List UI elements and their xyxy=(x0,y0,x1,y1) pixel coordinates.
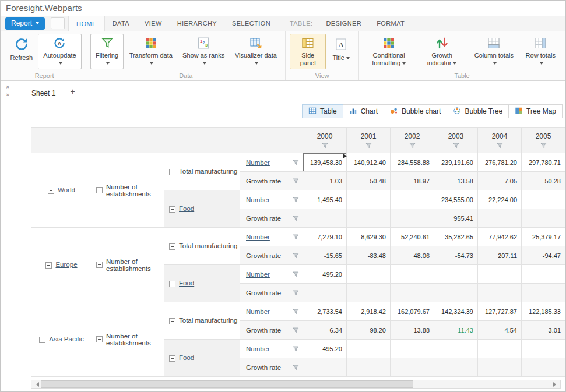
data-cell[interactable]: 2,918.42 xyxy=(347,302,391,321)
show-as-ranks-button[interactable]: 123Show as ranks xyxy=(178,34,229,69)
data-cell[interactable]: 25,379.17 xyxy=(522,228,565,246)
data-cell[interactable]: 11.43 xyxy=(434,321,478,340)
data-cell[interactable] xyxy=(522,340,565,358)
data-cell[interactable]: 297,780.71 xyxy=(522,153,565,172)
data-cell[interactable] xyxy=(391,340,434,358)
data-cell[interactable] xyxy=(391,284,434,302)
data-cell[interactable]: 2,733.54 xyxy=(303,302,347,321)
filter-icon[interactable] xyxy=(409,143,416,149)
growth-indicator-button[interactable]: Growth indicator xyxy=(416,34,467,69)
data-cell[interactable]: -50.28 xyxy=(522,172,565,190)
filter-icon[interactable] xyxy=(293,160,299,165)
category-link[interactable]: Food xyxy=(179,280,194,287)
filter-icon[interactable] xyxy=(365,143,372,149)
region-link[interactable]: Europe xyxy=(55,261,77,268)
quick-access-box[interactable] xyxy=(51,17,65,29)
view-chart-button[interactable]: Chart xyxy=(343,104,384,118)
row-totals-button[interactable]: Row totals xyxy=(521,34,561,69)
data-cell[interactable] xyxy=(303,209,347,228)
year-column-header[interactable]: 2005 xyxy=(522,128,565,153)
data-cell[interactable]: 495.20 xyxy=(303,265,347,284)
view-tree-map-button[interactable]: Tree Map xyxy=(508,104,563,118)
autoupdate-button[interactable]: AAutoupdate xyxy=(38,34,82,69)
data-cell[interactable]: 284,558.88 xyxy=(391,153,434,172)
collapse-icon[interactable] xyxy=(169,206,175,213)
data-cell[interactable] xyxy=(391,358,434,377)
column-totals-button[interactable]: Column totals xyxy=(469,34,519,69)
horizontal-scrollbar[interactable] xyxy=(31,380,561,389)
data-cell[interactable]: -50.48 xyxy=(347,172,391,190)
sheet-tab[interactable]: Sheet 1 xyxy=(23,86,64,100)
data-cell[interactable] xyxy=(347,284,391,302)
category-link[interactable]: Food xyxy=(179,354,194,361)
data-cell[interactable] xyxy=(478,358,522,377)
data-cell[interactable] xyxy=(522,265,565,284)
data-cell[interactable] xyxy=(391,265,434,284)
data-cell[interactable] xyxy=(522,358,565,377)
year-column-header[interactable]: 2000 xyxy=(303,128,347,153)
data-cell[interactable]: -94.47 xyxy=(522,246,565,265)
collapse-icon[interactable] xyxy=(96,336,103,342)
filter-icon[interactable] xyxy=(293,253,299,259)
data-cell[interactable]: 35,282.65 xyxy=(434,228,478,246)
indicator-link[interactable]: Number xyxy=(246,345,270,352)
filter-icon[interactable] xyxy=(293,271,299,277)
data-cell[interactable] xyxy=(391,209,434,228)
indicator-link[interactable]: Number xyxy=(246,196,270,203)
data-cell[interactable]: 77,942.62 xyxy=(478,228,522,246)
data-cell[interactable] xyxy=(434,358,478,377)
side-panel-button[interactable]: Side panel xyxy=(290,34,326,69)
filter-icon[interactable] xyxy=(293,234,299,240)
add-sheet-button[interactable]: + xyxy=(64,85,80,100)
collapse-icon[interactable] xyxy=(96,262,103,268)
scrollbar-track[interactable] xyxy=(41,380,551,388)
data-cell[interactable]: 48.06 xyxy=(391,246,434,265)
filter-icon[interactable] xyxy=(322,143,328,149)
data-cell[interactable]: -7.05 xyxy=(478,172,522,190)
data-cell[interactable]: 13.88 xyxy=(391,321,434,340)
data-cell[interactable]: 122,185.33 xyxy=(522,302,565,321)
data-cell[interactable]: -54.73 xyxy=(434,246,478,265)
tab-selection[interactable]: SELECTION xyxy=(224,16,278,31)
year-column-header[interactable]: 2002 xyxy=(391,128,434,153)
data-cell[interactable]: 1,495.40 xyxy=(303,190,347,209)
data-cell[interactable]: -98.20 xyxy=(347,321,391,340)
collapse-icon[interactable] xyxy=(39,337,45,343)
data-cell[interactable]: -1.03 xyxy=(303,172,347,190)
data-cell[interactable]: -15.65 xyxy=(303,246,347,265)
filter-icon[interactable] xyxy=(497,143,503,149)
filter-icon[interactable] xyxy=(453,143,459,149)
tab-designer[interactable]: DESIGNER xyxy=(319,16,370,31)
data-cell[interactable]: 139,458.30 xyxy=(303,153,347,172)
data-cell[interactable] xyxy=(347,209,391,228)
filter-icon[interactable] xyxy=(293,309,299,315)
data-cell[interactable]: -13.58 xyxy=(434,172,478,190)
data-cell[interactable] xyxy=(434,340,478,358)
year-column-header[interactable]: 2003 xyxy=(434,128,478,153)
tab-data[interactable]: DATA xyxy=(105,16,137,31)
filter-icon[interactable] xyxy=(293,216,299,221)
collapse-icon[interactable] xyxy=(48,188,54,194)
year-column-header[interactable]: 2004 xyxy=(478,128,522,153)
tab-home[interactable]: HOME xyxy=(68,16,105,31)
collapse-icon[interactable] xyxy=(169,169,175,175)
tab-format[interactable]: FORMAT xyxy=(369,16,412,31)
data-cell[interactable]: -6.34 xyxy=(303,321,347,340)
data-cell[interactable]: 52,240.61 xyxy=(391,228,434,246)
data-cell[interactable]: 4.54 xyxy=(478,321,522,340)
data-cell[interactable]: 8,629.30 xyxy=(347,228,391,246)
refresh-button[interactable]: Refresh xyxy=(7,34,36,69)
data-cell[interactable] xyxy=(303,358,347,377)
data-cell[interactable]: 140,912.40 xyxy=(347,153,391,172)
scroll-right-button[interactable] xyxy=(551,380,560,388)
indicator-link[interactable]: Number xyxy=(246,308,270,315)
data-cell[interactable]: -83.48 xyxy=(347,246,391,265)
data-cell[interactable] xyxy=(391,190,434,209)
collapse-icon[interactable] xyxy=(169,281,175,287)
data-cell[interactable] xyxy=(303,284,347,302)
data-cell[interactable]: 239,191.60 xyxy=(434,153,478,172)
filter-icon[interactable] xyxy=(293,197,299,203)
view-bubble-tree-button[interactable]: Bubble Tree xyxy=(447,104,509,118)
data-cell[interactable] xyxy=(478,340,522,358)
data-cell[interactable] xyxy=(478,265,522,284)
